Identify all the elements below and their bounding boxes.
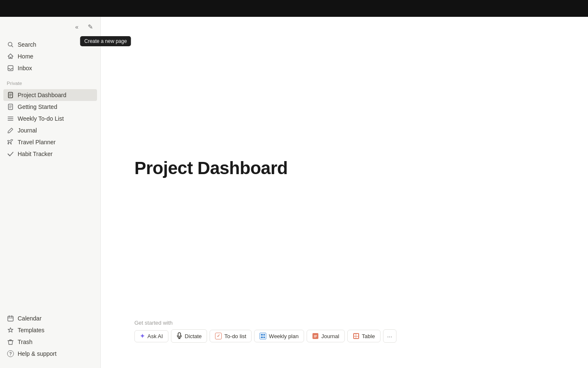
journal-icon	[312, 333, 319, 339]
sidebar-item-help[interactable]: ? Help & support	[3, 348, 97, 360]
todo-checkbox-icon	[215, 333, 222, 339]
todo-icon	[215, 333, 222, 339]
sidebar-item-journal[interactable]: Journal	[3, 124, 97, 136]
sidebar: « ✎ Create a new page Search	[0, 17, 101, 368]
ai-icon: ✦	[140, 333, 145, 339]
sidebar-item-project-dashboard[interactable]: Project Dashboard	[3, 89, 97, 101]
weekly-icon	[260, 333, 266, 339]
main-content: Project Dashboard Get started with ✦ Ask…	[101, 17, 588, 368]
compose-icon: ✎	[88, 23, 93, 31]
weekly-plan-label: Weekly plan	[269, 333, 299, 339]
sidebar-item-label: Search	[18, 41, 36, 48]
mic-icon	[176, 332, 182, 340]
sidebar-item-inbox[interactable]: Inbox	[3, 62, 97, 74]
help-circle-icon: ?	[7, 350, 14, 357]
templates-icon	[7, 326, 14, 334]
sidebar-item-travel-planner[interactable]: Travel Planner	[3, 136, 97, 148]
collapse-icon: «	[75, 24, 79, 30]
sidebar-item-habit-tracker[interactable]: Habit Tracker	[3, 148, 97, 160]
search-icon	[7, 41, 14, 48]
table-icon	[353, 333, 360, 339]
inbox-icon	[7, 64, 14, 72]
sidebar-item-label: Home	[18, 53, 33, 60]
todo-list-button[interactable]: To-do list	[210, 330, 252, 342]
sidebar-item-label: Journal	[18, 127, 37, 134]
plane-icon	[7, 138, 14, 146]
journal-button[interactable]: Journal	[307, 330, 345, 342]
calendar-icon	[7, 315, 14, 322]
todo-list-label: To-do list	[224, 333, 246, 339]
sidebar-item-label: Calendar	[18, 315, 42, 322]
list-icon	[7, 115, 14, 122]
sidebar-header: « ✎ Create a new page	[0, 17, 100, 37]
ask-ai-button[interactable]: ✦ Ask AI	[134, 330, 168, 342]
journal-inner-icon	[312, 333, 318, 339]
table-button[interactable]: Table	[347, 330, 381, 342]
sidebar-item-label: Inbox	[18, 65, 32, 71]
sidebar-item-home[interactable]: Home	[3, 50, 97, 62]
ask-ai-label: Ask AI	[147, 333, 163, 339]
sidebar-item-label: Travel Planner	[18, 139, 56, 146]
check-icon	[7, 150, 14, 158]
sidebar-item-label: Trash	[18, 339, 32, 345]
dictate-label: Dictate	[185, 333, 202, 339]
sidebar-item-label: Help & support	[18, 350, 57, 357]
table-btn-icon	[353, 333, 360, 339]
sidebar-item-label: Weekly To-do List	[18, 115, 64, 122]
sidebar-nav-bottom: Calendar Templates Trash	[0, 311, 100, 361]
new-page-button[interactable]: ✎	[84, 21, 96, 33]
sidebar-item-trash[interactable]: Trash	[3, 336, 97, 348]
doc-icon	[7, 103, 14, 111]
sidebar-nav-private: Project Dashboard Getting Started	[0, 87, 100, 161]
dictate-button[interactable]: Dictate	[171, 329, 207, 343]
home-icon	[7, 53, 14, 60]
app-container: « ✎ Create a new page Search	[0, 17, 588, 368]
doc-icon	[7, 91, 14, 99]
toolbar-buttons-row: ✦ Ask AI Dictate	[134, 329, 588, 343]
bottom-toolbar: Get started with ✦ Ask AI	[101, 320, 588, 368]
svg-rect-2	[8, 66, 13, 71]
table-label: Table	[362, 333, 375, 339]
page-content-area: Project Dashboard	[101, 17, 588, 320]
sidebar-item-search[interactable]: Search	[3, 39, 97, 50]
new-page-tooltip-container: ✎ Create a new page	[84, 21, 96, 33]
sidebar-item-label: Habit Tracker	[18, 151, 52, 157]
more-options-button[interactable]: ···	[383, 329, 396, 343]
get-started-label: Get started with	[134, 320, 588, 326]
weekly-grid-icon	[260, 333, 266, 339]
sidebar-nav-top: Search Home Inbox	[0, 37, 100, 76]
collapse-sidebar-button[interactable]: «	[71, 21, 83, 33]
svg-rect-14	[8, 316, 13, 321]
table-inner-icon	[353, 333, 359, 339]
sidebar-item-label: Getting Started	[18, 103, 57, 110]
sidebar-item-getting-started[interactable]: Getting Started	[3, 101, 97, 113]
sidebar-item-label: Templates	[18, 327, 45, 334]
sidebar-item-label: Project Dashboard	[18, 92, 66, 98]
journal-label: Journal	[321, 333, 339, 339]
sidebar-item-weekly-todo[interactable]: Weekly To-do List	[3, 113, 97, 124]
page-title: Project Dashboard	[134, 158, 288, 178]
sidebar-spacer	[0, 161, 100, 311]
sidebar-item-calendar[interactable]: Calendar	[3, 312, 97, 324]
svg-rect-19	[178, 333, 181, 336]
weekly-plan-button[interactable]: Weekly plan	[254, 330, 304, 342]
section-private-label: Private	[0, 76, 100, 87]
journal-btn-icon	[312, 333, 319, 339]
help-icon: ?	[7, 350, 14, 357]
top-bar	[0, 0, 588, 17]
svg-line-1	[12, 46, 13, 47]
more-icon: ···	[387, 333, 392, 340]
pencil-icon	[7, 127, 14, 134]
trash-icon	[7, 338, 14, 346]
sidebar-item-templates[interactable]: Templates	[3, 324, 97, 336]
